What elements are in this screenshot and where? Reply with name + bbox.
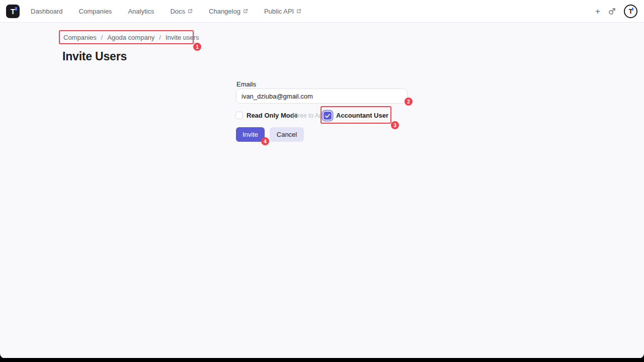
nav-item-docs[interactable]: Docs [170,8,193,15]
annotation-badge-3: 3 [391,121,399,129]
nav-item-label: Public API [264,8,294,15]
read-only-mode-hint: (Free to Add) [292,112,328,120]
external-link-icon [188,9,193,14]
page-title: Invite Users [62,50,127,63]
nav-item-analytics[interactable]: Analytics [128,8,154,15]
plus-icon[interactable]: + [595,7,600,16]
invite-button[interactable]: Invite [236,127,265,142]
breadcrumb-separator: / [159,34,161,41]
header-actions: + T [595,5,637,18]
main-nav: Dashboard Companies Analytics Docs Chang… [31,8,301,15]
top-nav-bar: T Dashboard Companies Analytics Docs Cha… [0,0,644,23]
cancel-button[interactable]: Cancel [270,127,304,142]
app-logo-letter: T [11,7,15,16]
breadcrumb-separator: / [101,34,103,41]
nav-item-public-api[interactable]: Public API [264,8,301,15]
nav-item-dashboard[interactable]: Dashboard [31,8,63,15]
nav-item-changelog[interactable]: Changelog [209,8,248,15]
nav-item-label: Companies [79,8,112,15]
app-window: T Dashboard Companies Analytics Docs Cha… [0,0,644,358]
accountant-user-label[interactable]: Accountant User [336,112,388,120]
app-logo[interactable]: T [6,5,20,18]
avatar-logo-accent [632,8,633,11]
annotation-badge-1: 1 [193,43,201,51]
search-icon[interactable] [608,7,616,16]
checkmark-icon [325,114,330,118]
read-only-mode-checkbox[interactable] [235,112,243,119]
breadcrumb: Companies / Agoda company / Invite users [63,34,199,41]
breadcrumb-invite-users[interactable]: Invite users [166,34,199,41]
nav-item-companies[interactable]: Companies [79,8,112,15]
account-avatar[interactable]: T [624,5,637,18]
nav-item-label: Docs [170,8,185,15]
breadcrumb-companies[interactable]: Companies [63,34,97,41]
app-logo-accent [15,7,17,11]
nav-item-label: Analytics [128,8,154,15]
nav-item-label: Changelog [209,8,240,15]
breadcrumb-agoda-company[interactable]: Agoda company [107,34,154,41]
external-link-icon [243,9,248,14]
nav-item-label: Dashboard [31,8,63,15]
accountant-user-checkbox[interactable] [324,112,332,120]
emails-input[interactable] [236,88,408,104]
external-link-icon [296,9,301,14]
read-only-mode-label[interactable]: Read Only Mode [247,112,298,120]
emails-label: Emails [236,80,256,88]
bottom-edge-bar [0,358,644,362]
